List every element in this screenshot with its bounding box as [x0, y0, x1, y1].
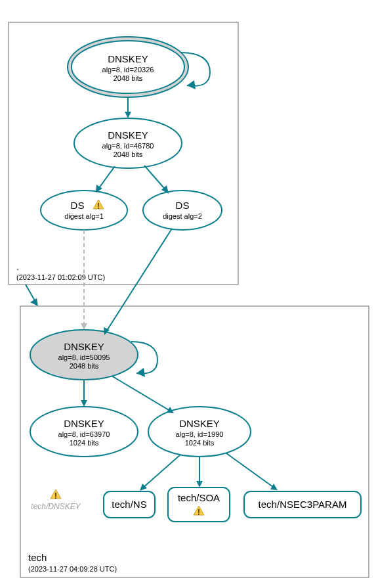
- edge-dnskey3-nsec3: [226, 453, 276, 489]
- node-tech-soa[interactable]: tech/SOA !: [168, 487, 230, 522]
- svg-text:DNSKEY: DNSKEY: [64, 341, 104, 352]
- node-tech-dnskey-63970[interactable]: DNSKEY alg=8, id=63970 1024 bits: [30, 407, 138, 457]
- svg-marker-27: [81, 323, 87, 330]
- svg-text:alg=8, id=20326: alg=8, id=20326: [102, 66, 154, 74]
- node-root-ds-alg2[interactable]: DS digest alg=2: [143, 191, 222, 230]
- node-root-ds-alg1[interactable]: DS digest alg=1 !: [41, 191, 127, 230]
- edge-dnskey3-ns: [142, 455, 180, 489]
- svg-text:DNSKEY: DNSKEY: [179, 418, 220, 429]
- svg-text:tech/NS: tech/NS: [112, 499, 146, 510]
- zone-tech-label: tech: [28, 552, 47, 563]
- svg-text:digest alg=1: digest alg=1: [64, 212, 104, 220]
- node-tech-ns[interactable]: tech/NS: [104, 491, 155, 518]
- svg-text:DNSKEY: DNSKEY: [108, 53, 148, 64]
- svg-text:2048 bits: 2048 bits: [114, 150, 143, 158]
- svg-text:!: !: [54, 491, 57, 501]
- svg-text:DNSKEY: DNSKEY: [64, 418, 104, 429]
- dnssec-graph: . (2023-11-27 01:02:09 UTC) tech (2023-1…: [0, 0, 376, 588]
- svg-text:alg=8, id=1990: alg=8, id=1990: [176, 430, 224, 438]
- node-tech-dnskey-faded: tech/DNSKEY !: [31, 489, 81, 511]
- svg-text:2048 bits: 2048 bits: [114, 74, 143, 82]
- zone-tech-timestamp: (2023-11-27 04:09:28 UTC): [28, 565, 117, 573]
- svg-text:alg=8, id=63970: alg=8, id=63970: [58, 430, 110, 438]
- svg-text:alg=8, id=46780: alg=8, id=46780: [102, 142, 154, 150]
- node-tech-dnskey-1990[interactable]: DNSKEY alg=8, id=1990 1024 bits: [148, 407, 251, 457]
- svg-text:tech/DNSKEY: tech/DNSKEY: [31, 502, 81, 511]
- svg-marker-26: [136, 368, 145, 377]
- svg-marker-5: [187, 80, 196, 89]
- node-root-dnskey-46780[interactable]: DNSKEY alg=8, id=46780 2048 bits: [74, 118, 182, 168]
- svg-marker-49: [196, 481, 203, 487]
- svg-text:DS: DS: [176, 200, 190, 211]
- svg-text:!: !: [198, 507, 200, 517]
- svg-text:tech/NSEC3PARAM: tech/NSEC3PARAM: [259, 499, 347, 510]
- svg-text:1024 bits: 1024 bits: [70, 439, 99, 447]
- svg-marker-10: [125, 112, 131, 118]
- svg-text:DNSKEY: DNSKEY: [108, 129, 148, 141]
- warning-icon: !: [51, 489, 61, 501]
- svg-text:DS: DS: [71, 200, 85, 211]
- edge-ds2-tech-dnskey1: [106, 229, 172, 332]
- svg-text:digest alg=2: digest alg=2: [163, 212, 202, 220]
- svg-text:1024 bits: 1024 bits: [185, 439, 215, 447]
- svg-text:!: !: [97, 201, 100, 211]
- svg-text:alg=8, id=50095: alg=8, id=50095: [58, 353, 110, 361]
- node-tech-nsec3param[interactable]: tech/NSEC3PARAM: [244, 491, 361, 518]
- zone-root-label: .: [16, 261, 19, 272]
- node-root-dnskey-20326[interactable]: DNSKEY alg=8, id=20326 2048 bits: [68, 37, 188, 97]
- svg-text:tech/SOA: tech/SOA: [178, 492, 220, 503]
- node-tech-dnskey-50095[interactable]: DNSKEY alg=8, id=50095 2048 bits: [30, 330, 138, 380]
- svg-marker-33: [81, 400, 87, 407]
- zone-root-timestamp: (2023-11-27 01:02:09 UTC): [16, 273, 105, 281]
- edge-tech-dnskey1-dnskey3: [112, 376, 172, 412]
- svg-marker-52: [270, 484, 278, 490]
- svg-text:2048 bits: 2048 bits: [70, 362, 99, 370]
